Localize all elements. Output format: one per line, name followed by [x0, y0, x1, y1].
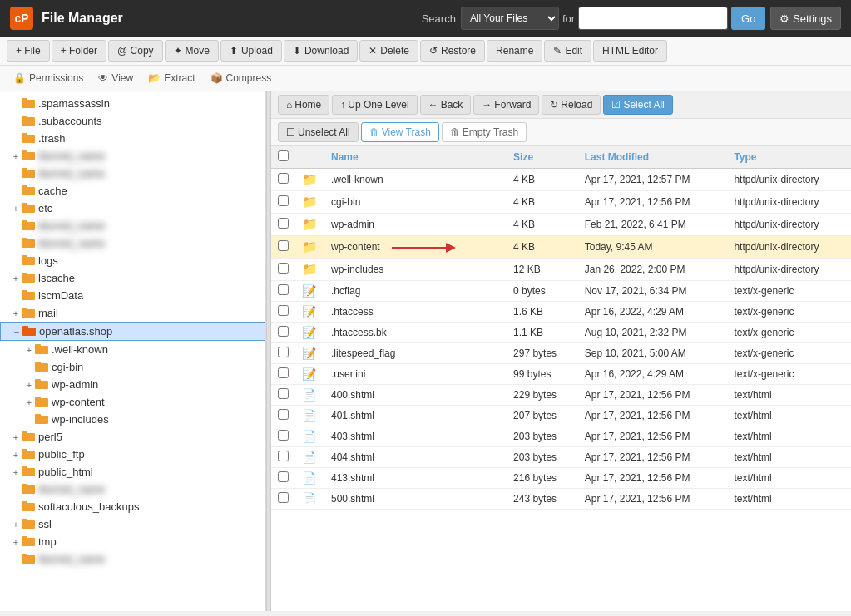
- select-all-checkbox[interactable]: [278, 150, 289, 161]
- row-checkbox[interactable]: [278, 326, 289, 337]
- row-checkbox[interactable]: [278, 347, 289, 357]
- sidebar-item-22[interactable]: blurred_name: [0, 480, 265, 498]
- upload-button[interactable]: ⬆ Upload: [220, 40, 282, 62]
- row-checkbox[interactable]: [278, 471, 289, 482]
- col-size[interactable]: Size: [507, 146, 578, 169]
- sidebar-item-17[interactable]: + wp-content: [0, 393, 265, 411]
- table-row[interactable]: 📁.well-known4 KBApr 17, 2021, 12:57 PMht…: [271, 169, 851, 191]
- table-row[interactable]: 📁wp-admin4 KBFeb 21, 2022, 6:41 PMhttpd/…: [271, 214, 851, 236]
- tree-expander[interactable]: +: [23, 345, 35, 355]
- sidebar-item-19[interactable]: + perl5: [0, 428, 265, 446]
- file-name[interactable]: 400.shtml: [324, 385, 507, 406]
- file-name[interactable]: .well-known: [324, 169, 507, 191]
- sidebar-item-12[interactable]: + mail: [0, 304, 265, 322]
- unselect-all-button[interactable]: ☐ Unselect All: [278, 122, 359, 142]
- file-name[interactable]: 413.shtml: [324, 468, 507, 489]
- sidebar-item-16[interactable]: + wp-admin: [0, 376, 265, 393]
- sidebar-item-2[interactable]: .trash: [0, 130, 265, 147]
- table-row[interactable]: 📝.htaccess1.6 KBApr 16, 2022, 4:29 AMtex…: [271, 302, 851, 323]
- html-editor-button[interactable]: HTML Editor: [593, 40, 667, 62]
- delete-button[interactable]: ✕ Delete: [359, 40, 418, 62]
- row-checkbox[interactable]: [278, 173, 289, 184]
- tree-expander[interactable]: +: [10, 537, 22, 547]
- sidebar-item-7[interactable]: blurred_name: [0, 217, 265, 234]
- sidebar-item-3[interactable]: + blurred_name: [0, 147, 265, 165]
- file-table-container[interactable]: Name Size Last Modified Type 📁.well-know…: [271, 146, 851, 611]
- forward-button[interactable]: → Forward: [473, 95, 539, 115]
- tree-expander[interactable]: +: [10, 520, 22, 530]
- tree-expander[interactable]: +: [10, 467, 22, 477]
- sidebar-item-24[interactable]: + ssl: [0, 515, 265, 533]
- view-trash-button[interactable]: 🗑 View Trash: [361, 122, 439, 142]
- sidebar-item-13[interactable]: − openatlas.shop: [0, 322, 265, 341]
- extract-button[interactable]: 📂 Extract: [141, 69, 201, 87]
- table-row[interactable]: 📄403.shtml203 bytesApr 17, 2021, 12:56 P…: [271, 426, 851, 447]
- col-type[interactable]: Type: [727, 146, 851, 169]
- file-name[interactable]: wp-content: [324, 236, 507, 259]
- table-row[interactable]: 📁wp-includes12 KBJan 26, 2022, 2:00 PMht…: [271, 259, 851, 281]
- sidebar-item-10[interactable]: + lscache: [0, 269, 265, 287]
- sidebar-item-5[interactable]: cache: [0, 182, 265, 200]
- rename-button[interactable]: Rename: [487, 40, 542, 62]
- row-checkbox[interactable]: [278, 284, 289, 295]
- file-name[interactable]: wp-includes: [324, 259, 507, 281]
- sidebar-item-8[interactable]: blurred_name: [0, 234, 265, 252]
- table-row[interactable]: 📄401.shtml207 bytesApr 17, 2021, 12:56 P…: [271, 406, 851, 426]
- row-checkbox[interactable]: [278, 492, 289, 503]
- restore-button[interactable]: ↺ Restore: [420, 40, 485, 62]
- back-button[interactable]: ← Back: [420, 95, 472, 115]
- new-folder-button[interactable]: + Folder: [52, 40, 106, 62]
- home-button[interactable]: ⌂ Home: [278, 95, 329, 115]
- file-name[interactable]: 403.shtml: [324, 426, 507, 447]
- file-name[interactable]: cgi-bin: [324, 191, 507, 214]
- tree-expander[interactable]: +: [10, 432, 22, 442]
- tree-expander[interactable]: +: [10, 308, 22, 318]
- file-name[interactable]: 401.shtml: [324, 406, 507, 426]
- sidebar-item-18[interactable]: wp-includes: [0, 411, 265, 428]
- sidebar-item-4[interactable]: blurred_name: [0, 165, 265, 182]
- file-name[interactable]: wp-admin: [324, 214, 507, 236]
- col-checkbox[interactable]: [271, 146, 295, 169]
- sidebar-item-0[interactable]: .spamassassin: [0, 95, 265, 112]
- table-row[interactable]: 📁wp-content 4 KBToday, 9:45 AMhttpd/unix…: [271, 236, 851, 259]
- row-checkbox[interactable]: [278, 218, 289, 229]
- go-button[interactable]: Go: [731, 7, 765, 30]
- col-name[interactable]: Name: [324, 146, 507, 169]
- empty-trash-button[interactable]: 🗑 Empty Trash: [442, 122, 527, 142]
- table-row[interactable]: 📝.litespeed_flag297 bytesSep 10, 2021, 5…: [271, 343, 851, 364]
- file-name[interactable]: .hcflag: [324, 281, 507, 302]
- table-row[interactable]: 📄500.shtml243 bytesApr 17, 2021, 12:56 P…: [271, 489, 851, 510]
- row-checkbox[interactable]: [278, 195, 289, 206]
- sidebar-item-23[interactable]: softaculous_backups: [0, 498, 265, 515]
- sidebar-item-21[interactable]: + public_html: [0, 463, 265, 480]
- sidebar-item-14[interactable]: + .well-known: [0, 341, 265, 358]
- file-name[interactable]: .user.ini: [324, 364, 507, 385]
- tree-expander[interactable]: +: [10, 151, 22, 161]
- tree-expander[interactable]: +: [23, 380, 35, 390]
- table-row[interactable]: 📄400.shtml229 bytesApr 17, 2021, 12:56 P…: [271, 385, 851, 406]
- view-button[interactable]: 👁 View: [92, 69, 140, 87]
- file-name[interactable]: .htaccess: [324, 302, 507, 323]
- tree-expander[interactable]: +: [23, 397, 35, 407]
- row-checkbox[interactable]: [278, 240, 289, 251]
- table-row[interactable]: 📝.htaccess.bk1.1 KBAug 10, 2021, 2:32 PM…: [271, 323, 851, 343]
- permissions-button[interactable]: 🔒 Permissions: [7, 69, 90, 87]
- tree-expander[interactable]: +: [10, 204, 22, 214]
- row-checkbox[interactable]: [278, 367, 289, 378]
- copy-button[interactable]: @ Copy: [108, 40, 163, 62]
- search-dropdown[interactable]: All Your Files Home Directory Public HTM…: [461, 7, 559, 30]
- sidebar-item-25[interactable]: + tmp: [0, 533, 265, 550]
- table-row[interactable]: 📁cgi-bin4 KBApr 17, 2021, 12:56 PMhttpd/…: [271, 191, 851, 214]
- sidebar-item-9[interactable]: logs: [0, 252, 265, 269]
- sidebar-item-15[interactable]: cgi-bin: [0, 358, 265, 376]
- download-button[interactable]: ⬇ Download: [284, 40, 358, 62]
- file-name[interactable]: 404.shtml: [324, 447, 507, 468]
- sidebar-item-11[interactable]: lscmData: [0, 287, 265, 304]
- row-checkbox[interactable]: [278, 451, 289, 461]
- new-file-button[interactable]: + File: [7, 40, 50, 62]
- tree-expander[interactable]: −: [11, 327, 22, 337]
- sidebar-item-20[interactable]: + public_ftp: [0, 446, 265, 463]
- move-button[interactable]: ✦ Move: [165, 40, 219, 62]
- row-checkbox[interactable]: [278, 305, 289, 316]
- settings-button[interactable]: ⚙ Settings: [770, 7, 841, 30]
